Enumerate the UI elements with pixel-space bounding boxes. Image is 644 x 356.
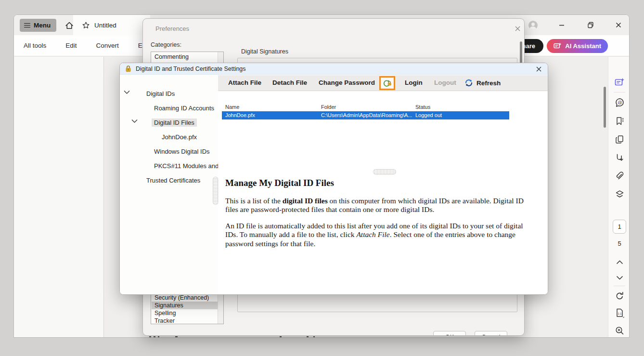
manage-paragraph-1: This is a list of the digital ID files o… <box>225 197 537 214</box>
tab-title: Untitled <box>94 22 116 29</box>
zoom-in-button[interactable] <box>614 325 625 336</box>
tree-item-label[interactable]: JohnDoe.pfx <box>159 133 199 141</box>
cell-status: Logged out <box>415 112 442 118</box>
sidebar-divider <box>614 92 625 92</box>
layers-icon <box>615 189 625 199</box>
document-tab[interactable]: Untitled <box>73 15 150 35</box>
digital-id-tree: Digital IDsRoaming ID AccountsDigital ID… <box>120 75 218 295</box>
attachments-button[interactable] <box>614 171 625 181</box>
refresh-icon <box>464 79 473 87</box>
add-comment-button[interactable]: @ <box>614 97 625 108</box>
chevron-down-icon <box>616 276 623 280</box>
horizontal-splitter-handle[interactable] <box>373 169 396 174</box>
attach-file-button[interactable]: Attach File <box>228 79 261 86</box>
account-avatar[interactable] <box>526 18 540 32</box>
u-turn-arrow-icon <box>615 153 625 163</box>
minimize-icon <box>558 22 565 28</box>
table-row-selected[interactable]: JohnDoe.pfx C:\Users\Admin\AppData\Roami… <box>222 111 509 119</box>
quickbar-item-all-tools[interactable]: All tools <box>24 42 46 49</box>
tree-chevron-down-icon[interactable] <box>124 90 130 97</box>
ai-assistant-panel-button[interactable] <box>614 77 625 87</box>
category-item[interactable]: Spelling <box>152 309 218 317</box>
quickbar-item-edit[interactable]: Edit <box>65 42 77 49</box>
ai-assistant-button[interactable]: AI Assistant <box>547 39 608 53</box>
tree-item-trusted-certificates[interactable]: Trusted Certificates <box>120 175 218 185</box>
tree-item-windows-digital-ids[interactable]: Windows Digital IDs <box>120 146 218 157</box>
login-button[interactable]: Login <box>405 79 423 86</box>
tree-item-label[interactable]: PKCS#11 Modules and Tokens <box>152 162 218 170</box>
avatar-icon <box>528 21 538 30</box>
tree-item-label[interactable]: Trusted Certificates <box>144 176 203 185</box>
preferences-close-button[interactable] <box>512 23 523 34</box>
digital-id-dialog: Digital ID and Trusted Certificate Setti… <box>119 63 548 295</box>
detach-file-button[interactable]: Detach File <box>272 79 307 86</box>
tree-item-johndoe-pfx[interactable]: JohnDoe.pfx <box>120 132 218 142</box>
preferences-title: Preferences <box>155 25 189 32</box>
change-password-button[interactable]: Change Password <box>319 79 375 86</box>
tree-item-pkcs-11-modules-and-tokens[interactable]: PKCS#11 Modules and Tokens <box>120 160 218 171</box>
tree-item-label[interactable]: Digital IDs <box>144 90 177 98</box>
bookmarks-button[interactable] <box>614 116 625 126</box>
ai-assistant-icon <box>554 42 562 50</box>
page-scale-icon: 1:1 <box>615 308 625 319</box>
digital-id-toolbar: Attach File Detach File Change Password … <box>218 75 548 91</box>
tree-item-label[interactable]: Digital ID Files <box>152 119 197 127</box>
zoom-in-icon <box>615 326 625 336</box>
refresh-button[interactable]: Refresh <box>464 79 501 87</box>
close-window-button[interactable] <box>612 18 625 32</box>
cell-folder: C:\Users\Admin\AppData\Roaming\A... <box>321 112 412 118</box>
tree-item-label[interactable]: Roaming ID Accounts <box>152 104 217 112</box>
categories-label: Categories: <box>151 41 181 48</box>
manage-heading: Manage My Digital ID Files <box>225 178 334 188</box>
ok-button[interactable]: OK <box>433 331 466 336</box>
previous-page-button[interactable] <box>614 257 625 267</box>
column-folder: Folder <box>321 104 336 110</box>
paperclip-icon <box>615 171 625 181</box>
quickbar-menu: All toolsEditConvertE-Sign <box>24 35 157 56</box>
quickbar-item-convert[interactable]: Convert <box>96 42 119 49</box>
vertical-splitter-handle[interactable] <box>213 177 218 205</box>
clipped-document-text <box>14 336 607 338</box>
minimize-button[interactable] <box>555 18 568 32</box>
category-item[interactable]: Security (Enhanced) <box>152 294 218 302</box>
tree-item-label[interactable]: Windows Digital IDs <box>152 147 212 156</box>
category-item[interactable]: Signatures <box>152 302 218 309</box>
sidebar-divider <box>614 286 625 286</box>
tree-chevron-down-icon[interactable] <box>131 119 138 126</box>
close-icon <box>615 22 622 28</box>
next-page-button[interactable] <box>614 273 625 283</box>
current-page-input[interactable]: 1 <box>613 220 626 234</box>
column-status: Status <box>415 104 430 110</box>
section-label: Digital Signatures <box>241 48 288 55</box>
total-pages: 5 <box>608 240 630 247</box>
rotate-page-button[interactable] <box>614 290 625 301</box>
table-header: Name Folder Status <box>222 103 509 111</box>
ai-assistant-label: AI Assistant <box>565 42 601 50</box>
logout-button[interactable]: Logout <box>434 79 456 86</box>
chevron-up-icon <box>616 260 623 264</box>
category-item[interactable]: Commenting <box>152 53 218 61</box>
star-icon <box>82 21 90 29</box>
digital-id-content: Attach File Detach File Change Password … <box>218 75 548 295</box>
restore-button[interactable] <box>584 18 597 32</box>
menu-button[interactable]: Menu <box>20 19 56 32</box>
copy-pages-button[interactable] <box>614 134 625 145</box>
tree-item-digital-ids[interactable]: Digital IDs <box>120 88 218 99</box>
page-scale-button[interactable]: 1:1 <box>614 308 625 318</box>
layers-button[interactable] <box>614 189 625 199</box>
column-name: Name <box>225 104 239 110</box>
restore-icon <box>587 22 594 28</box>
cell-name: JohnDoe.pfx <box>225 112 255 118</box>
password-timeout-icon <box>383 79 392 88</box>
add-comment-icon: @ <box>615 98 625 108</box>
lock-icon <box>125 65 132 72</box>
rotate-icon <box>615 291 625 301</box>
category-item[interactable]: Tracker <box>152 317 218 324</box>
document-scrollbar-thumb[interactable] <box>604 87 606 128</box>
digital-id-close-button[interactable] <box>533 64 544 74</box>
tree-item-roaming-id-accounts[interactable]: Roaming ID Accounts <box>120 103 218 113</box>
password-timeout-button[interactable] <box>379 76 395 90</box>
u-turn-arrow-button[interactable] <box>614 152 625 163</box>
cancel-button[interactable]: Cancel <box>475 331 507 336</box>
tree-item-digital-id-files[interactable]: Digital ID Files <box>120 117 218 128</box>
